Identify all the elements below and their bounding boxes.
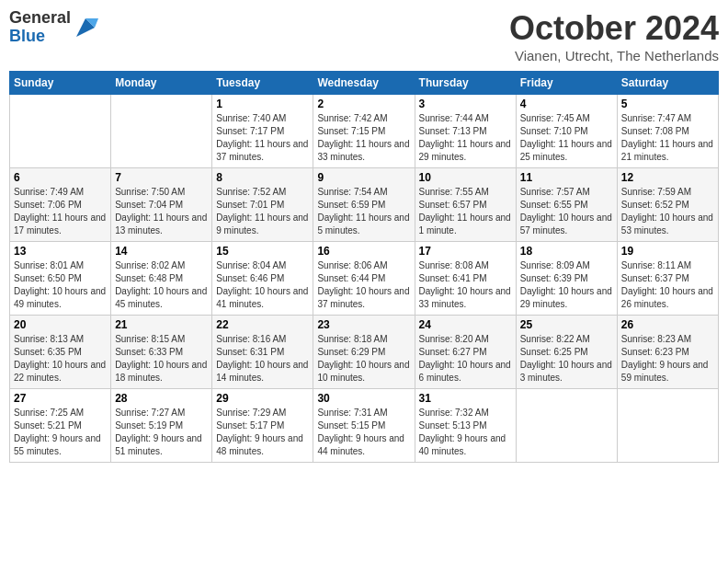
cell-info: Sunrise: 7:45 AM Sunset: 7:10 PM Dayligh… <box>520 112 613 164</box>
sunrise-text: Sunrise: 7:47 AM <box>621 113 691 123</box>
day-number: 30 <box>317 392 410 405</box>
sunrise-text: Sunrise: 7:42 AM <box>317 113 387 123</box>
calendar-cell: 10 Sunrise: 7:55 AM Sunset: 6:57 PM Dayl… <box>415 168 516 242</box>
calendar-cell: 17 Sunrise: 8:08 AM Sunset: 6:41 PM Dayl… <box>415 242 516 316</box>
sunset-text: Sunset: 6:37 PM <box>621 273 689 283</box>
day-number: 13 <box>14 245 107 258</box>
sunset-text: Sunset: 6:35 PM <box>14 347 82 357</box>
cell-info: Sunrise: 8:02 AM Sunset: 6:48 PM Dayligh… <box>115 259 208 311</box>
sunrise-text: Sunrise: 8:13 AM <box>14 334 84 344</box>
calendar-cell: 23 Sunrise: 8:18 AM Sunset: 6:29 PM Dayl… <box>313 316 415 389</box>
daylight-text: Daylight: 10 hours and 18 minutes. <box>115 360 207 383</box>
weekday-header: Friday <box>516 72 617 95</box>
daylight-text: Daylight: 11 hours and 1 minute. <box>419 213 511 236</box>
weekday-header-row: SundayMondayTuesdayWednesdayThursdayFrid… <box>10 72 719 95</box>
day-number: 6 <box>14 171 107 184</box>
sunset-text: Sunset: 6:29 PM <box>317 347 385 357</box>
day-number: 16 <box>317 245 410 258</box>
weekday-header: Monday <box>111 72 212 95</box>
cell-info: Sunrise: 7:59 AM Sunset: 6:52 PM Dayligh… <box>621 186 714 237</box>
calendar-cell: 27 Sunrise: 7:25 AM Sunset: 5:21 PM Dayl… <box>10 389 111 463</box>
day-number: 24 <box>419 318 512 331</box>
sunset-text: Sunset: 6:55 PM <box>520 200 588 210</box>
weekday-header: Saturday <box>617 72 718 95</box>
day-number: 3 <box>419 98 512 110</box>
sunrise-text: Sunrise: 7:32 AM <box>419 408 489 418</box>
sunrise-text: Sunrise: 7:29 AM <box>216 408 286 418</box>
sunrise-text: Sunrise: 7:31 AM <box>317 408 387 418</box>
sunrise-text: Sunrise: 7:40 AM <box>216 113 286 123</box>
sunset-text: Sunset: 5:19 PM <box>115 420 183 431</box>
daylight-text: Daylight: 9 hours and 44 minutes. <box>317 433 404 456</box>
calendar-cell: 12 Sunrise: 7:59 AM Sunset: 6:52 PM Dayl… <box>617 168 718 242</box>
day-number: 17 <box>419 245 512 258</box>
day-number: 2 <box>317 98 410 110</box>
cell-info: Sunrise: 7:32 AM Sunset: 5:13 PM Dayligh… <box>419 407 512 458</box>
sunrise-text: Sunrise: 8:11 AM <box>621 260 691 270</box>
calendar-week-row: 20 Sunrise: 8:13 AM Sunset: 6:35 PM Dayl… <box>10 316 719 389</box>
daylight-text: Daylight: 11 hours and 25 minutes. <box>520 139 612 162</box>
calendar-table: SundayMondayTuesdayWednesdayThursdayFrid… <box>9 71 719 463</box>
cell-info: Sunrise: 7:50 AM Sunset: 7:04 PM Dayligh… <box>115 186 208 237</box>
weekday-header: Wednesday <box>313 72 415 95</box>
calendar-cell: 2 Sunrise: 7:42 AM Sunset: 7:15 PM Dayli… <box>313 95 415 168</box>
cell-info: Sunrise: 8:09 AM Sunset: 6:39 PM Dayligh… <box>520 259 613 311</box>
day-number: 14 <box>115 245 208 258</box>
day-number: 19 <box>621 245 714 258</box>
logo-icon <box>73 15 98 40</box>
weekday-header: Tuesday <box>212 72 313 95</box>
daylight-text: Daylight: 11 hours and 13 minutes. <box>115 213 207 236</box>
sunset-text: Sunset: 6:57 PM <box>419 200 487 210</box>
daylight-text: Daylight: 10 hours and 45 minutes. <box>115 286 207 309</box>
sunset-text: Sunset: 6:41 PM <box>419 273 487 283</box>
day-number: 18 <box>520 245 613 258</box>
calendar-week-row: 6 Sunrise: 7:49 AM Sunset: 7:06 PM Dayli… <box>10 168 719 242</box>
daylight-text: Daylight: 10 hours and 10 minutes. <box>317 360 409 383</box>
daylight-text: Daylight: 10 hours and 57 minutes. <box>520 213 612 236</box>
cell-info: Sunrise: 7:25 AM Sunset: 5:21 PM Dayligh… <box>14 407 107 458</box>
sunset-text: Sunset: 6:39 PM <box>520 273 588 283</box>
cell-info: Sunrise: 7:29 AM Sunset: 5:17 PM Dayligh… <box>216 407 309 458</box>
sunset-text: Sunset: 7:15 PM <box>317 126 385 136</box>
cell-info: Sunrise: 8:22 AM Sunset: 6:25 PM Dayligh… <box>520 333 613 385</box>
day-number: 27 <box>14 392 107 405</box>
cell-info: Sunrise: 8:11 AM Sunset: 6:37 PM Dayligh… <box>621 259 714 311</box>
logo: General Blue <box>9 9 98 46</box>
daylight-text: Daylight: 11 hours and 9 minutes. <box>216 213 308 236</box>
calendar-cell: 7 Sunrise: 7:50 AM Sunset: 7:04 PM Dayli… <box>111 168 212 242</box>
sunrise-text: Sunrise: 8:22 AM <box>520 334 590 344</box>
sunrise-text: Sunrise: 8:20 AM <box>419 334 489 344</box>
sunrise-text: Sunrise: 7:57 AM <box>520 187 590 197</box>
day-number: 4 <box>520 98 613 110</box>
cell-info: Sunrise: 7:54 AM Sunset: 6:59 PM Dayligh… <box>317 186 410 237</box>
daylight-text: Daylight: 10 hours and 49 minutes. <box>14 286 106 309</box>
calendar-week-row: 13 Sunrise: 8:01 AM Sunset: 6:50 PM Dayl… <box>10 242 719 316</box>
sunset-text: Sunset: 6:31 PM <box>216 347 284 357</box>
daylight-text: Daylight: 10 hours and 29 minutes. <box>520 286 612 309</box>
cell-info: Sunrise: 8:18 AM Sunset: 6:29 PM Dayligh… <box>317 333 410 385</box>
logo-general: General <box>9 8 71 27</box>
title-block: October 2024 Vianen, Utrecht, The Nether… <box>509 9 719 63</box>
calendar-cell <box>617 389 718 463</box>
day-number: 15 <box>216 245 309 258</box>
daylight-text: Daylight: 10 hours and 3 minutes. <box>520 360 612 383</box>
sunset-text: Sunset: 6:46 PM <box>216 273 284 283</box>
calendar-cell: 24 Sunrise: 8:20 AM Sunset: 6:27 PM Dayl… <box>415 316 516 389</box>
sunset-text: Sunset: 7:17 PM <box>216 126 284 136</box>
daylight-text: Daylight: 11 hours and 5 minutes. <box>317 213 409 236</box>
day-number: 22 <box>216 318 309 331</box>
sunset-text: Sunset: 7:10 PM <box>520 126 588 136</box>
daylight-text: Daylight: 10 hours and 14 minutes. <box>216 360 308 383</box>
sunset-text: Sunset: 7:01 PM <box>216 200 284 210</box>
day-number: 25 <box>520 318 613 331</box>
cell-info: Sunrise: 8:08 AM Sunset: 6:41 PM Dayligh… <box>419 259 512 311</box>
cell-info: Sunrise: 7:52 AM Sunset: 7:01 PM Dayligh… <box>216 186 309 237</box>
day-number: 31 <box>419 392 512 405</box>
calendar-cell <box>516 389 617 463</box>
weekday-header: Thursday <box>415 72 516 95</box>
sunrise-text: Sunrise: 7:55 AM <box>419 187 489 197</box>
sunrise-text: Sunrise: 8:08 AM <box>419 260 489 270</box>
cell-info: Sunrise: 7:55 AM Sunset: 6:57 PM Dayligh… <box>419 186 512 237</box>
cell-info: Sunrise: 7:57 AM Sunset: 6:55 PM Dayligh… <box>520 186 613 237</box>
sunset-text: Sunset: 6:52 PM <box>621 200 689 210</box>
